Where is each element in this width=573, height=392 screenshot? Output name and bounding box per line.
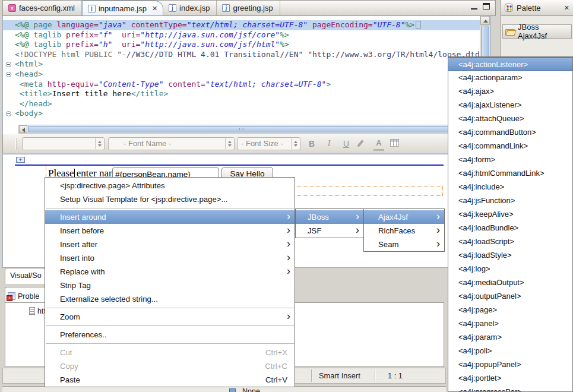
caret-box: [416, 21, 421, 29]
code-line[interactable]: <%@ taglib prefix="f" uri="http://java.s…: [3, 30, 480, 40]
close-icon[interactable]: ✕: [564, 4, 569, 12]
menu-separator: [45, 306, 295, 310]
palette-item-a4j-param[interactable]: <a4j:param>: [448, 330, 572, 344]
code-line[interactable]: <%@ page language="java" contentType="te…: [3, 20, 480, 30]
plus-expand-icon[interactable]: +: [16, 157, 25, 163]
menu-item-seam[interactable]: Seam›: [364, 238, 444, 251]
palette-item-a4j-keepalive[interactable]: <a4j:keepAlive>: [448, 207, 572, 221]
menu-item-insert-around[interactable]: Insert around›: [45, 210, 295, 224]
horizontal-scrollbar[interactable]: [18, 125, 479, 134]
submenu-arrow-icon: ›: [436, 238, 440, 250]
code-line[interactable]: </head>: [3, 99, 480, 109]
maximize-icon[interactable]: [483, 3, 490, 10]
menu-item-label: Replace with: [60, 265, 287, 279]
palette-item-a4j-loadbundle[interactable]: <a4j:loadBundle>: [448, 221, 572, 235]
font-name-combo[interactable]: - Font Name -: [108, 137, 235, 150]
palette-drawer-jboss-ajax4jsf[interactable]: JBoss Ajax4Jsf: [502, 24, 572, 39]
menu-item-ajax4jsf[interactable]: Ajax4Jsf›: [364, 210, 444, 224]
minimize-icon[interactable]: [471, 3, 477, 10]
palette-item-a4j-poll[interactable]: <a4j:poll>: [448, 344, 572, 358]
palette-item-a4j-attachqueue[interactable]: <a4j:attachQueue>: [448, 112, 572, 125]
fold-collapse-icon[interactable]: [6, 62, 11, 67]
menu-item-jsf[interactable]: JSF›: [296, 224, 363, 238]
palette-item-a4j-loadstyle[interactable]: <a4j:loadStyle>: [448, 248, 572, 262]
editor-tab-greeting-jsp[interactable]: greeting.jsp: [217, 1, 280, 15]
palette-item-a4j-commandbutton[interactable]: <a4j:commandButton>: [448, 125, 572, 139]
palette-item-a4j-mediaoutput[interactable]: <a4j:mediaOutput>: [448, 276, 572, 289]
palette-item-a4j-include[interactable]: <a4j:include>: [448, 180, 572, 194]
palette-item-a4j-commandlink[interactable]: <a4j:commandLink>: [448, 139, 572, 153]
palette-item-a4j-popuppanel[interactable]: <a4j:popupPanel>: [448, 358, 572, 371]
scrollbar-thumb[interactable]: [28, 126, 450, 132]
spinner-icon[interactable]: [291, 138, 299, 149]
tab-visual-source[interactable]: Visual/So: [5, 268, 48, 284]
palette-tabbar[interactable]: Palette ✕: [501, 0, 573, 16]
palette-item-a4j-outputpanel[interactable]: <a4j:outputPanel>: [448, 289, 572, 303]
palette-item-a4j-htmlcommandlink[interactable]: <a4j:htmlCommandLink>: [448, 166, 572, 180]
fold-collapse-icon[interactable]: [6, 72, 11, 77]
code-line[interactable]: <!DOCTYPE html PUBLIC "-//W3C//DTD HTML …: [3, 50, 480, 60]
palette-item-a4j-loadscript[interactable]: <a4j:loadScript>: [448, 235, 572, 248]
menu-item-copy[interactable]: CopyCtrl+C: [45, 359, 295, 373]
submenu-arrow-icon: ›: [436, 224, 440, 236]
menu-item-insert-after[interactable]: Insert after›: [45, 238, 295, 251]
jsp-file-icon: [169, 4, 176, 12]
palette-item-a4j-portlet[interactable]: <a4j:portlet>: [448, 371, 572, 385]
table-icon[interactable]: [390, 139, 399, 147]
code-line[interactable]: <html>: [3, 59, 480, 69]
drawer-label: JBoss Ajax4Jsf: [518, 23, 569, 40]
menu-item-jboss[interactable]: JBoss›: [296, 210, 363, 224]
menu-item-richfaces[interactable]: RichFaces›: [364, 224, 444, 238]
menu-accelerator: Ctrl+X: [265, 346, 287, 359]
editor-tab-index-jsp[interactable]: index.jsp: [163, 1, 217, 15]
menu-item-zoom[interactable]: Zoom›: [45, 310, 295, 324]
editor-tab-inputname-jsp[interactable]: inputname.jsp✕: [82, 1, 163, 15]
palette-item-a4j-panel[interactable]: <a4j:panel>: [448, 317, 572, 330]
italic-button[interactable]: I: [322, 137, 336, 151]
spinner-icon[interactable]: [95, 138, 103, 149]
menu-item-paste[interactable]: PasteCtrl+V: [45, 373, 295, 387]
palette-item-a4j-form[interactable]: <a4j:form>: [448, 153, 572, 166]
menu-item-externalize-selected-string[interactable]: Externalize selected string...: [45, 292, 295, 306]
context-menu: <jsp:directive.page> AttributesSetup Vis…: [45, 177, 295, 387]
menu-item-insert-before[interactable]: Insert before›: [45, 224, 295, 238]
underline-button[interactable]: U: [339, 137, 353, 151]
font-size-combo[interactable]: - Font Size -: [237, 137, 300, 150]
palette-item-a4j-log[interactable]: <a4j:log>: [448, 262, 572, 276]
code-line[interactable]: <body>: [3, 109, 480, 119]
tab-problems[interactable]: Proble: [5, 287, 49, 302]
highlight-pen-icon[interactable]: [357, 140, 363, 147]
status-divider: [311, 369, 312, 382]
editor-tab-faces-config-xml[interactable]: faces-config.xml: [3, 1, 82, 15]
fold-collapse-icon[interactable]: [6, 111, 11, 116]
code-area[interactable]: <%@ page language="java" contentType="te…: [3, 16, 480, 124]
palette-item-a4j-actionlistener[interactable]: <a4j:actionListener>: [448, 57, 572, 71]
bold-button[interactable]: B: [305, 137, 319, 151]
code-line[interactable]: <title>Insert title here</title>: [3, 89, 480, 99]
toolbar-handle[interactable]: [15, 138, 17, 150]
spinner-icon[interactable]: [225, 138, 233, 149]
palette-item-a4j-actionparam[interactable]: <a4j:actionparam>: [448, 71, 572, 84]
menu-item-strip-tag[interactable]: Strip Tag: [45, 279, 295, 292]
menu-item-setup-visual-template-for-jsp-directive-page[interactable]: Setup Visual Template for <jsp:directive…: [45, 192, 295, 206]
close-icon[interactable]: ✕: [152, 5, 157, 12]
palette-item-a4j-ajax[interactable]: <a4j:ajax>: [448, 84, 572, 98]
palette-item-a4j-jsfunction[interactable]: <a4j:jsFunction>: [448, 194, 572, 207]
code-line[interactable]: <%@ taglib prefix="h" uri="http://java.s…: [3, 40, 480, 50]
code-line[interactable]: <head>: [3, 69, 480, 80]
scroll-left-icon[interactable]: [19, 125, 27, 133]
scroll-up-icon[interactable]: [480, 16, 490, 25]
style-combo[interactable]: [22, 137, 105, 150]
palette-item-a4j-page[interactable]: <a4j:page>: [448, 303, 572, 317]
menu-item-cut[interactable]: CutCtrl+X: [45, 346, 295, 359]
menu-item-jsp-directive-page-attributes[interactable]: <jsp:directive.page> Attributes: [45, 179, 295, 192]
menu-item-replace-with[interactable]: Replace with›: [45, 265, 295, 279]
font-color-button[interactable]: A: [373, 137, 384, 151]
palette-item-a4j-ajaxlistener[interactable]: <a4j:ajaxListener>: [448, 98, 572, 112]
submenu-arrow-icon: ›: [356, 224, 359, 236]
menu-item-insert-into[interactable]: Insert into›: [45, 251, 295, 265]
menu-item-preferences[interactable]: Preferences..: [45, 328, 295, 342]
menu-item-label: Insert into: [60, 251, 287, 265]
code-line[interactable]: <meta http-equiv="Content-Type" content=…: [3, 80, 480, 90]
palette-item-a4j-progressbar[interactable]: <a4j:progressBar>: [448, 385, 572, 392]
